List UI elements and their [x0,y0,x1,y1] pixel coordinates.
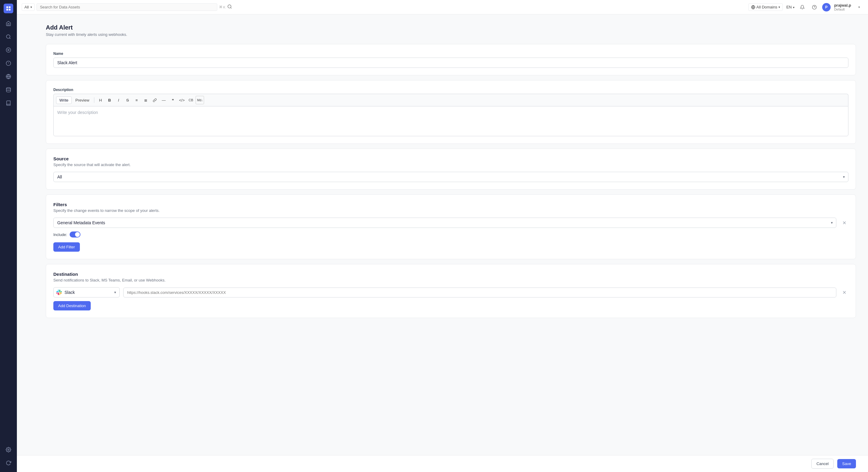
svg-rect-3 [9,9,10,10]
cancel-button[interactable]: Cancel [811,459,834,469]
toolbar-strikethrough[interactable]: S [123,96,132,104]
svg-point-15 [228,5,231,8]
include-toggle[interactable] [70,231,81,238]
sidebar-item-discover[interactable] [3,44,14,56]
toolbar-italic[interactable]: I [114,96,123,104]
page-title: Add Alert [46,24,856,31]
svg-point-6 [6,48,11,53]
source-section: Source Specify the source that will acti… [46,149,856,190]
destination-section: Destination Send notifications to Slack,… [46,264,856,318]
svg-line-5 [9,38,10,39]
chevron-down-icon: ▾ [30,5,32,9]
domain-chevron-icon: ▾ [778,5,780,9]
sidebar-item-explore[interactable] [3,31,14,42]
toolbar-unordered-list[interactable]: ≡ [132,96,141,104]
description-section: Description Write Preview H B I S ≡ ≣ — … [46,80,856,144]
svg-point-4 [6,35,10,38]
save-button[interactable]: Save [837,459,856,468]
topbar: All ▾ ⌘ K All Domains ▾ EN ▾ [17,0,868,14]
svg-point-14 [8,449,9,450]
toolbar-code[interactable]: </> [178,96,186,104]
dest-remove-button[interactable]: ✕ [840,288,848,296]
dest-type-wrapper: Slack MS Teams Email Webhook [53,287,120,297]
search-icon[interactable] [227,4,232,10]
search-filter-label: All [24,5,29,9]
include-label: Include: [53,232,67,237]
user-name: prajwal.p [834,3,851,7]
dest-url-input[interactable] [123,287,836,297]
toolbar-markdown[interactable]: Md↓ [195,96,204,104]
user-menu-chevron[interactable]: ▾ [855,3,863,11]
lang-selector[interactable]: EN ▾ [786,5,795,9]
svg-line-16 [230,7,231,8]
search-shortcut: ⌘ K [219,5,225,9]
destination-title: Destination [53,272,848,277]
filters-section: Filters Specify the change events to nar… [46,194,856,259]
add-destination-button[interactable]: Add Destination [53,301,91,310]
sidebar-item-refresh[interactable] [3,458,14,468]
sidebar-logo[interactable] [4,4,13,13]
sidebar [0,0,17,472]
description-label: Description [53,88,848,92]
name-input[interactable] [53,58,848,68]
sidebar-item-home[interactable] [3,18,14,29]
toolbar-link[interactable] [150,96,159,104]
filter-remove-button[interactable]: ✕ [840,219,848,227]
svg-point-7 [8,50,9,51]
source-select[interactable]: All [53,172,848,182]
toolbar-bold[interactable]: B [105,96,114,104]
source-desc: Specify the source that will activate th… [53,162,848,167]
filters-title: Filters [53,202,848,207]
filter-row: General Metadata Events ✕ [53,218,848,228]
toolbar-hr[interactable]: — [159,96,168,104]
domain-label: All Domains [756,5,777,9]
svg-rect-1 [9,6,10,8]
main-content: Add Alert Stay current with timely alert… [34,14,868,472]
svg-rect-2 [6,9,8,10]
toolbar-quote[interactable]: ❝ [168,96,177,104]
topbar-right: All Domains ▾ EN ▾ P prajwal.p Default ▾ [748,3,863,11]
dest-type-select[interactable]: Slack MS Teams Email Webhook [53,287,120,297]
description-editor[interactable]: Write your description [53,106,848,136]
tab-preview[interactable]: Preview [72,97,92,104]
sidebar-item-glossary[interactable] [3,98,14,108]
source-title: Source [53,156,848,161]
user-avatar[interactable]: P [822,3,831,11]
destination-desc: Send notifications to Slack, MS Teams, E… [53,278,848,282]
name-label: Name [53,52,848,56]
search-input[interactable] [36,3,217,11]
page-subtitle: Stay current with timely alerts using we… [46,32,856,37]
search-filter-dropdown[interactable]: All ▾ [22,3,35,11]
user-info[interactable]: prajwal.p Default [834,3,851,11]
domain-selector[interactable]: All Domains ▾ [748,3,783,11]
filter-type-select[interactable]: General Metadata Events [53,218,836,228]
filter-select-wrapper: General Metadata Events [53,218,836,228]
notifications-icon[interactable] [798,3,807,11]
add-filter-button[interactable]: Add Filter [53,242,80,252]
include-row: Include: [53,231,848,238]
sidebar-item-globe[interactable] [3,71,14,82]
footer-bar: Cancel Save [17,455,868,472]
filters-desc: Specify the change events to narrow the … [53,208,848,213]
svg-rect-0 [6,6,8,8]
toolbar-heading[interactable]: H [96,96,104,104]
source-select-wrapper: All [53,172,848,182]
sidebar-item-data[interactable] [3,84,14,95]
sidebar-item-settings[interactable] [3,444,14,455]
toolbar-ordered-list[interactable]: ≣ [141,96,150,104]
toolbar-divider [94,97,94,103]
description-placeholder: Write your description [57,110,98,115]
editor-toolbar: Write Preview H B I S ≡ ≣ — ❝ </> CB Md↓ [53,94,848,106]
user-role: Default [834,7,851,11]
search-area: All ▾ ⌘ K [22,3,745,11]
tab-write[interactable]: Write [56,96,72,104]
destination-row: Slack MS Teams Email Webhook ✕ [53,287,848,297]
toolbar-codeblock[interactable]: CB [187,96,195,104]
svg-point-13 [6,88,10,89]
sidebar-item-insights[interactable] [3,58,14,69]
help-icon[interactable] [810,3,818,11]
name-section: Name [46,44,856,75]
